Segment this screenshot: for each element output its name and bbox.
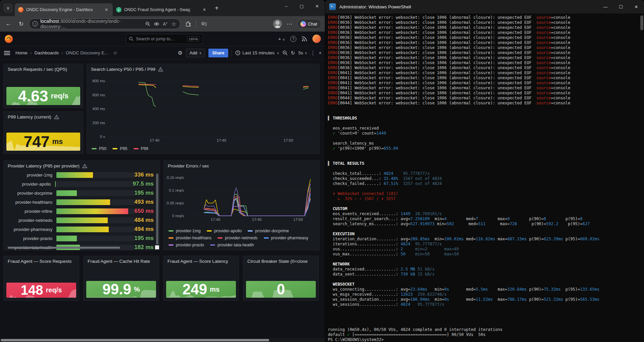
kebab-menu-icon[interactable]: ⋮ <box>310 50 315 56</box>
legend-item[interactable]: provider-apollo <box>207 229 242 233</box>
dashboard-settings-icon[interactable]: ⚙ <box>178 50 182 56</box>
grafana-user-avatar[interactable] <box>312 35 321 43</box>
terminal-line: eos_events_received.......: 1449 28.7691… <box>328 211 644 216</box>
scrollbar-thumb[interactable] <box>1 339 269 341</box>
provider-label: provider-netmeds <box>8 218 56 223</box>
latency-chart-plot[interactable]: 0 s200 ms400 ms600 ms800 ms17:4017:4517:… <box>88 74 317 143</box>
help-icon[interactable]: ? <box>290 36 296 42</box>
warning-icon[interactable] <box>54 115 59 119</box>
breadcrumb-home[interactable]: Home <box>15 50 28 55</box>
tab-swagger[interactable]: ƒ ONDC Fraud Scoring Agent - Swag ✕ <box>113 3 211 16</box>
stat-p99-value[interactable]: 747 ms <box>6 133 80 151</box>
provider-bar-fill <box>56 217 108 223</box>
grafana-favicon <box>18 7 23 12</box>
copilot-chat-button[interactable]: Chat <box>297 19 321 29</box>
stat-score-requests-value[interactable]: 148 req/s <box>6 283 76 298</box>
errors-chart-plot[interactable]: 0 req/s0.05 req/s0.1 req/s0.15 req/s17:4… <box>165 171 317 222</box>
legend-item[interactable]: provider-1mg <box>168 229 201 233</box>
zoom-indicator-icon[interactable] <box>145 21 151 27</box>
collapse-toolbar-icon[interactable]: ∧ <box>319 51 321 55</box>
site-info-icon[interactable]: i <box>33 21 38 27</box>
legend-item[interactable]: P95 <box>112 146 127 151</box>
terminal-line: search_latency_ms.........: avg=527.9109… <box>328 222 644 227</box>
provider-label: provider-practo <box>8 236 56 241</box>
legend-item[interactable]: provider-tata-health <box>210 243 254 247</box>
maximize-button[interactable]: ☐ <box>613 0 629 13</box>
minimize-button[interactable]: – <box>279 0 294 12</box>
legend-item[interactable]: P99 <box>134 146 148 151</box>
warning-icon[interactable] <box>82 164 87 168</box>
provider-label: provider-apollo <box>8 182 55 187</box>
terminal-line <box>328 257 644 262</box>
provider-bar-fill <box>56 227 108 232</box>
maximize-button[interactable]: ▢ <box>294 0 309 12</box>
tab-close-icon[interactable]: ✕ <box>103 7 109 13</box>
favorite-dashboard-icon[interactable]: ☆ <box>113 50 117 56</box>
stat-qps-value[interactable]: 4.63 req/s <box>6 87 80 105</box>
refresh-dashboard-icon[interactable]: ↻ <box>291 50 295 56</box>
svg-text:600 ms: 600 ms <box>92 93 105 97</box>
zoom-out-icon[interactable] <box>283 50 288 55</box>
add-button[interactable]: Add∨ <box>186 49 205 57</box>
panel-search-latency-chart: Search Latency P50 / P95 / P99 0 s200 ms… <box>87 64 319 154</box>
terminal-line <box>328 307 644 312</box>
terminal-line: checks_failed......: 67.51% 3257 out of … <box>328 181 644 186</box>
tab-grafana-dashboard[interactable]: ONDC Discovery Engine - Dashboa ✕ <box>15 3 113 16</box>
time-range-picker[interactable]: Last 15 minutes ∨ <box>235 50 279 55</box>
tab-search-chevron-icon[interactable]: ∨ <box>3 3 13 13</box>
panel-provider-latency: Provider Latency (P95 per provider) prov… <box>3 160 160 250</box>
favorite-star-icon[interactable]: ☆ <box>171 21 177 27</box>
terminal-scrollbar-thumb[interactable] <box>640 15 643 30</box>
back-button[interactable]: ← <box>3 19 13 29</box>
grafana-search-input[interactable]: Search or jump to... ctrl+k <box>126 34 203 44</box>
browser-window: ∨ ONDC Discovery Engine - Dashboa ✕ ƒ ON… <box>0 0 325 342</box>
legend-item[interactable]: provider-practo <box>168 243 204 247</box>
extensions-icon[interactable] <box>183 19 193 29</box>
terminal-line: ws_msgs_received..........: 12623 250.62… <box>328 292 644 297</box>
breadcrumb-dashboards[interactable]: Dashboards <box>35 50 59 55</box>
terminal-line: ▌ TOTAL RESULTS <box>328 161 644 166</box>
svg-text:17:45: 17:45 <box>252 217 262 222</box>
menu-toggle-icon[interactable] <box>4 51 10 55</box>
legend-item[interactable]: provider-netmeds <box>217 236 257 240</box>
provider-bar-track <box>56 199 134 205</box>
more-menu-icon[interactable]: ⋯ <box>285 19 295 29</box>
news-icon[interactable] <box>302 36 307 42</box>
stat-cache-hit-value[interactable]: 99.9 % <box>86 281 156 298</box>
provider-latency-row: provider-1mg336 ms <box>8 172 156 178</box>
minimize-button[interactable]: — <box>598 0 613 13</box>
grafana-logo-icon[interactable] <box>5 35 13 43</box>
legend-item[interactable]: provider-docprime <box>248 229 289 233</box>
new-menu-button[interactable]: + ∨ <box>278 36 285 42</box>
provider-bar-fill <box>55 181 56 187</box>
legend-item[interactable]: provider-pharmeasy <box>264 236 308 240</box>
read-aloud-icon[interactable]: A” <box>162 21 168 27</box>
terminal-line <box>328 317 644 322</box>
terminal-output: ERRO[0036] WebSocket error: websocket: c… <box>325 13 644 342</box>
panel-fraud-cache-hit-rate: Fraud Agent — Cache Hit Rate 99.9 % <box>83 256 159 301</box>
tab-close-icon[interactable]: ✕ <box>201 7 207 13</box>
new-tab-button[interactable]: + <box>215 4 219 12</box>
legend-item[interactable]: P50 <box>92 146 106 151</box>
tracking-prevention-eye-icon[interactable] <box>153 21 159 27</box>
refresh-button[interactable]: ↻ <box>16 19 26 29</box>
close-button[interactable]: ✕ <box>309 0 325 12</box>
svg-text:200 ms: 200 ms <box>92 121 105 125</box>
browser-window-controls: – ▢ ✕ <box>279 0 325 12</box>
tab-strip: ∨ ONDC Discovery Engine - Dashboa ✕ ƒ ON… <box>0 0 325 16</box>
stat-circuit-breaker-value[interactable]: 0 <box>246 281 316 298</box>
profile-avatar[interactable] <box>273 19 282 28</box>
favorites-bar-icon[interactable] <box>199 19 209 29</box>
legend-item[interactable]: provider-healthians <box>168 236 211 240</box>
panel-horizontal-scrollbar[interactable] <box>8 247 120 249</box>
close-button[interactable]: ✕ <box>629 0 644 13</box>
address-bar[interactable]: i localhost:3000/d/ondc-discovery/ondc-d… <box>29 18 181 29</box>
panel-vertical-scrollbar[interactable] <box>156 174 158 245</box>
share-button[interactable]: Share <box>208 49 228 57</box>
panel-resize-handle[interactable] <box>155 245 159 249</box>
terminal-line: ✗ WebSocket connected (101) <box>328 191 644 196</box>
terminal-line: ERRO[0036] WebSocket error: websocket: c… <box>328 45 644 50</box>
stat-score-latency-value[interactable]: 249 ms <box>166 281 236 298</box>
warning-icon[interactable] <box>158 67 163 71</box>
refresh-interval-picker[interactable]: 5s∨ <box>298 50 307 55</box>
